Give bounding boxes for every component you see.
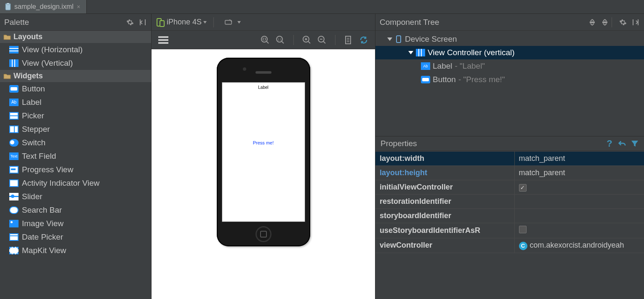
textfield-icon: Text: [9, 152, 19, 160]
palette-group-label: Layouts: [13, 32, 43, 41]
expand-all-icon[interactable]: [588, 18, 596, 27]
hide-panel-icon[interactable]: [138, 18, 147, 27]
collapse-all-icon[interactable]: [601, 18, 609, 27]
view-mode-icon[interactable]: [158, 36, 168, 44]
checkbox-icon[interactable]: [519, 226, 527, 233]
expand-arrow-icon[interactable]: [408, 51, 413, 54]
palette-item-datepicker[interactable]: Date Picker: [0, 230, 151, 244]
property-row[interactable]: useStoryboardIdentifierAsR: [375, 223, 644, 238]
class-icon: C: [519, 242, 527, 250]
help-icon[interactable]: ?: [605, 139, 614, 148]
tree-node-label[interactable]: Ab Label - "Label": [375, 59, 644, 73]
svg-rect-14: [397, 36, 401, 43]
home-button-icon: [255, 226, 271, 242]
gear-icon[interactable]: [619, 18, 627, 27]
searchbar-icon: [9, 206, 19, 214]
palette-item-searchbar[interactable]: Search Bar: [0, 203, 151, 217]
chevron-down-icon: [203, 21, 207, 24]
device-screen[interactable]: Label Press me!: [222, 82, 305, 222]
design-canvas[interactable]: Label Press me!: [152, 49, 375, 299]
palette-item-progress[interactable]: Progress View: [0, 163, 151, 176]
vertical-stack-icon: [9, 59, 19, 67]
device-selector[interactable]: iPhone 4S: [156, 18, 207, 27]
refresh-icon[interactable]: [359, 35, 368, 45]
file-tab-label: sample_design.ixml: [14, 3, 74, 11]
component-tree: Device Screen View Controller (vertical)…: [375, 31, 644, 136]
svg-text:1:1: 1:1: [277, 38, 282, 41]
hide-panel-icon[interactable]: [631, 18, 640, 27]
file-tab[interactable]: sample_design.ixml ×: [0, 0, 87, 13]
palette-group-widgets[interactable]: Widgets: [0, 70, 151, 82]
tree-node-view-controller[interactable]: View Controller (vertical): [375, 46, 644, 59]
button-icon: [9, 85, 19, 93]
palette-item-activity[interactable]: Activity Indicator View: [0, 176, 151, 190]
checkbox-icon[interactable]: [519, 184, 527, 192]
zoom-out-icon[interactable]: [317, 35, 327, 45]
palette-panel: Palette Layouts View (Horizontal) View (…: [0, 14, 152, 299]
slider-icon: [9, 193, 19, 200]
svg-rect-3: [160, 21, 164, 27]
palette-item-imageview[interactable]: Image View: [0, 217, 151, 230]
ixml-file-icon: [5, 3, 12, 11]
palette-list: Layouts View (Horizontal) View (Vertical…: [0, 31, 151, 299]
svg-rect-4: [225, 20, 232, 24]
svg-rect-1: [7, 3, 9, 5]
stepper-icon: [9, 125, 19, 133]
close-tab-icon[interactable]: ×: [76, 3, 81, 10]
undo-icon[interactable]: [618, 139, 626, 148]
activity-indicator-icon: [9, 179, 19, 187]
design-canvas-panel: iPhone 4S 1:1 Label Press me!: [152, 14, 375, 299]
zoom-in-icon[interactable]: [302, 35, 311, 45]
palette-item-picker[interactable]: Picker: [0, 109, 151, 123]
svg-point-8: [261, 36, 267, 42]
device-icon: [395, 35, 402, 43]
preview-label[interactable]: Label: [222, 83, 305, 90]
document-icon[interactable]: [344, 35, 353, 45]
property-row[interactable]: initialViewController: [375, 180, 644, 195]
palette-item-view-horizontal[interactable]: View (Horizontal): [0, 43, 151, 56]
device-frame: Label Press me!: [217, 58, 310, 246]
property-row[interactable]: layout:widthmatch_parent: [375, 152, 644, 166]
zoom-100-icon[interactable]: 1:1: [276, 35, 285, 45]
gear-icon[interactable]: [126, 18, 134, 27]
tree-node-device-screen[interactable]: Device Screen: [375, 32, 644, 46]
chevron-down-icon[interactable]: [237, 21, 241, 24]
switch-icon: [9, 139, 19, 147]
properties-title: Properties: [381, 139, 417, 148]
mapkit-icon: [9, 247, 19, 254]
palette-group-label: Widgets: [13, 72, 43, 80]
palette-item-label[interactable]: AbLabel: [0, 96, 151, 109]
picker-icon: [9, 112, 19, 120]
property-row[interactable]: viewControllerCcom.akexorcist.androidyea…: [375, 238, 644, 253]
palette-item-textfield[interactable]: TextText Field: [0, 150, 151, 163]
editor-tabbar: sample_design.ixml ×: [0, 0, 644, 14]
property-row[interactable]: storyboardIdentifier: [375, 209, 644, 223]
palette-item-stepper[interactable]: Stepper: [0, 123, 151, 136]
svg-rect-5: [158, 36, 168, 38]
palette-group-layouts[interactable]: Layouts: [0, 31, 151, 43]
component-tree-title: Component Tree: [380, 18, 439, 27]
folder-icon: [3, 73, 11, 79]
progress-icon: [9, 166, 19, 174]
preview-button[interactable]: Press me!: [222, 140, 305, 145]
device-icon: [156, 18, 165, 27]
palette-item-button[interactable]: Button: [0, 82, 151, 96]
horizontal-stack-icon: [9, 46, 19, 53]
palette-item-mapkit[interactable]: MapKit View: [0, 244, 151, 257]
palette-item-switch[interactable]: Switch: [0, 136, 151, 150]
device-name: iPhone 4S: [167, 18, 202, 27]
tree-node-button[interactable]: Button - "Press me!": [375, 73, 644, 86]
palette-item-slider[interactable]: Slider: [0, 190, 151, 203]
expand-arrow-icon[interactable]: [387, 37, 392, 41]
properties-table: layout:widthmatch_parent layout:heightma…: [375, 151, 644, 253]
property-row[interactable]: restorationIdentifier: [375, 195, 644, 209]
orientation-icon[interactable]: [225, 18, 233, 27]
filter-icon[interactable]: [631, 139, 639, 148]
svg-rect-6: [158, 39, 168, 41]
imageview-icon: [9, 220, 19, 227]
property-row[interactable]: layout:heightmatch_parent: [375, 166, 644, 180]
zoom-fit-icon[interactable]: [261, 35, 270, 45]
svg-rect-7: [158, 42, 168, 44]
vertical-stack-icon: [416, 49, 425, 56]
palette-item-view-vertical[interactable]: View (Vertical): [0, 56, 151, 70]
